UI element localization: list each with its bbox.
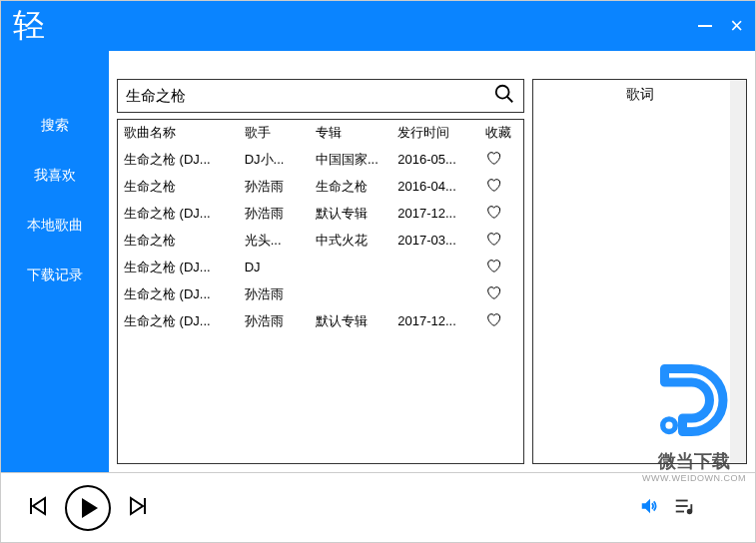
col-album: 专辑	[310, 120, 391, 146]
app-logo: 轻	[13, 4, 45, 48]
sidebar-item-search[interactable]: 搜索	[1, 101, 109, 151]
playlist-icon[interactable]	[673, 495, 695, 521]
cell-date: 2016-05...	[391, 146, 479, 173]
table-row[interactable]: 生命之枪 (DJ...DJ	[118, 254, 523, 280]
cell-date: 2017-12...	[391, 307, 479, 334]
next-button[interactable]	[127, 494, 151, 522]
table-row[interactable]: 生命之枪 (DJ...DJ小...中国国家...2016-05...	[118, 146, 523, 173]
titlebar: 轻 ×	[1, 1, 755, 51]
cell-artist: 光头...	[239, 227, 310, 254]
cell-date: 2017-12...	[391, 200, 479, 227]
heart-icon[interactable]	[485, 315, 501, 330]
svg-line-1	[507, 97, 513, 103]
cell-album	[310, 254, 391, 280]
sidebar-item-local[interactable]: 本地歌曲	[1, 201, 109, 251]
search-input[interactable]	[126, 88, 493, 105]
lyrics-panel: 歌词	[532, 79, 747, 464]
table-row[interactable]: 生命之枪光头...中式火花2017-03...	[118, 227, 523, 254]
cell-album: 中国国家...	[310, 146, 391, 173]
sidebar-item-favorites[interactable]: 我喜欢	[1, 151, 109, 201]
sidebar-item-downloads[interactable]: 下载记录	[1, 251, 109, 300]
search-box	[117, 79, 524, 113]
cell-date	[391, 280, 479, 307]
svg-marker-4	[131, 498, 143, 514]
cell-album: 默认专辑	[310, 200, 391, 227]
cell-artist: 孙浩雨	[239, 200, 310, 227]
cell-artist: 孙浩雨	[239, 280, 310, 307]
heart-icon[interactable]	[485, 235, 501, 250]
col-artist: 歌手	[239, 120, 310, 146]
volume-icon[interactable]	[639, 495, 661, 521]
cell-name: 生命之枪	[118, 173, 239, 200]
sidebar: 搜索 我喜欢 本地歌曲 下载记录	[1, 51, 109, 472]
heart-icon[interactable]	[485, 181, 501, 196]
cell-date: 2016-04...	[391, 173, 479, 200]
lyrics-title: 歌词	[533, 80, 746, 110]
cell-name: 生命之枪 (DJ...	[118, 254, 239, 280]
minimize-button[interactable]	[698, 25, 712, 27]
cell-artist: DJ	[239, 254, 310, 280]
cell-name: 生命之枪 (DJ...	[118, 307, 239, 334]
heart-icon[interactable]	[485, 208, 501, 223]
cell-album: 默认专辑	[310, 307, 391, 334]
cell-artist: 孙浩雨	[239, 173, 310, 200]
cell-name: 生命之枪 (DJ...	[118, 146, 239, 173]
play-button[interactable]	[65, 485, 111, 531]
svg-point-0	[496, 86, 509, 99]
cell-artist: 孙浩雨	[239, 307, 310, 334]
play-icon	[82, 498, 98, 518]
col-fav: 收藏	[479, 120, 523, 146]
heart-icon[interactable]	[485, 154, 501, 169]
search-icon[interactable]	[493, 83, 515, 109]
heart-icon[interactable]	[485, 262, 501, 276]
results-table: 歌曲名称 歌手 专辑 发行时间 收藏 生命之枪 (DJ...DJ小...中国国家…	[117, 119, 524, 464]
svg-marker-3	[33, 498, 45, 514]
lyrics-scrollbar[interactable]	[730, 80, 746, 463]
heart-icon[interactable]	[485, 288, 501, 303]
table-row[interactable]: 生命之枪 (DJ...孙浩雨默认专辑2017-12...	[118, 200, 523, 227]
table-row[interactable]: 生命之枪 (DJ...孙浩雨	[118, 280, 523, 307]
cell-name: 生命之枪	[118, 227, 239, 254]
close-button[interactable]: ×	[730, 13, 743, 39]
cell-artist: DJ小...	[239, 146, 310, 173]
table-row[interactable]: 生命之枪孙浩雨生命之枪2016-04...	[118, 173, 523, 200]
cell-album	[310, 280, 391, 307]
prev-button[interactable]	[25, 494, 49, 522]
cell-album: 生命之枪	[310, 173, 391, 200]
table-row[interactable]: 生命之枪 (DJ...孙浩雨默认专辑2017-12...	[118, 307, 523, 334]
cell-name: 生命之枪 (DJ...	[118, 280, 239, 307]
col-date: 发行时间	[391, 120, 479, 146]
table-header-row: 歌曲名称 歌手 专辑 发行时间 收藏	[118, 120, 523, 146]
cell-date: 2017-03...	[391, 227, 479, 254]
player-bar	[1, 472, 755, 542]
cell-album: 中式火花	[310, 227, 391, 254]
col-name: 歌曲名称	[118, 120, 239, 146]
cell-name: 生命之枪 (DJ...	[118, 200, 239, 227]
cell-date	[391, 254, 479, 280]
